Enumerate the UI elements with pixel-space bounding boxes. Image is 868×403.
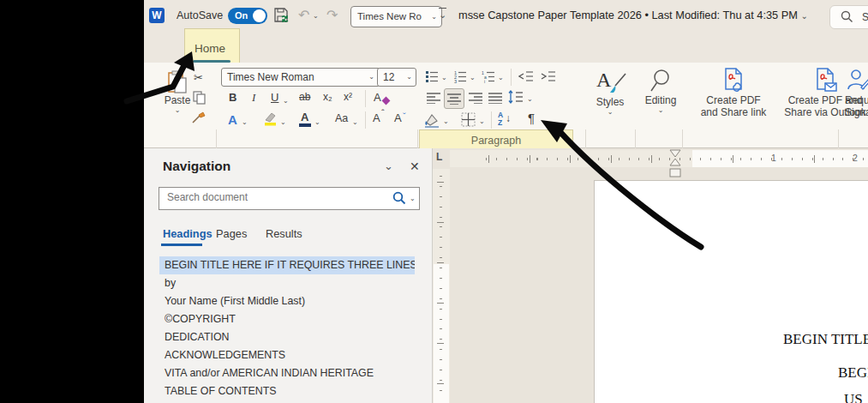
bullets-chevron-icon[interactable]: ⌄	[441, 74, 447, 81]
numbering-chevron-icon[interactable]: ⌄	[470, 74, 476, 81]
nav-search-box[interactable]: ⌄	[159, 187, 420, 210]
vruler-ticks	[440, 176, 442, 399]
line-spacing-chevron-icon[interactable]: ⌄	[527, 95, 533, 103]
horizontal-ruler[interactable]: 1 2	[450, 150, 868, 167]
vertical-ruler[interactable]	[433, 169, 450, 403]
quick-font-selector[interactable]: Times New Ro ⌄	[350, 6, 442, 27]
borders-button[interactable]	[461, 112, 476, 127]
styles-button[interactable]: A Styles ⌄	[590, 67, 631, 116]
vruler-dash	[437, 303, 444, 304]
nav-heading-item[interactable]: by	[159, 274, 415, 292]
nav-heading-item-selected[interactable]: BEGIN TITLE HERE IF IT REQUIRES THREE LI…	[159, 256, 415, 274]
clear-formatting-eraser-icon	[382, 97, 391, 105]
cut-icon[interactable]: ✂	[194, 71, 203, 84]
save-icon[interactable]	[272, 7, 290, 24]
bold-button[interactable]: B	[229, 91, 236, 104]
tab-stop-selector[interactable]: L	[436, 151, 442, 163]
create-pdf-share-link-button[interactable]: Create PDF and Share link	[691, 67, 776, 118]
title-bar: W AutoSave On ↶ ⌄ ↷ Times New Ro ⌄ ⌄ mss…	[144, 0, 868, 33]
nav-tab-headings[interactable]: Headings	[163, 227, 213, 240]
decrease-indent-button[interactable]	[518, 69, 534, 83]
change-case-chevron-icon[interactable]: ⌄	[352, 118, 358, 126]
undo-chevron-icon[interactable]: ⌄	[313, 12, 319, 20]
highlighter-chevron-icon[interactable]: ⌄	[280, 118, 286, 126]
bullets-button[interactable]	[425, 69, 439, 83]
search-icon	[841, 10, 853, 23]
multilevel-chevron-icon[interactable]: ⌄	[498, 74, 504, 81]
nav-pane-chevron-icon[interactable]: ⌄	[384, 159, 393, 172]
styles-icon: A	[590, 67, 631, 96]
more-commands-chevron-icon[interactable]: ⌄	[439, 8, 446, 21]
change-case-button[interactable]: Aa	[335, 112, 348, 124]
indent-markers[interactable]	[667, 149, 683, 178]
align-right-button[interactable]	[469, 92, 482, 104]
autosave-toggle[interactable]: On	[228, 8, 267, 24]
nav-heading-item[interactable]: ©COPYRIGHT	[159, 310, 415, 328]
numbering-button[interactable]: 1 2 3	[453, 69, 467, 83]
nav-search-input[interactable]	[165, 190, 366, 204]
superscript-button[interactable]: x²	[344, 91, 352, 103]
word-application-window: W AutoSave On ↶ ⌄ ↷ Times New Ro ⌄ ⌄ mss…	[0, 0, 868, 403]
nav-search-icon[interactable]	[392, 191, 406, 205]
borders-chevron-icon[interactable]: ⌄	[479, 117, 485, 125]
strikethrough-button[interactable]: ab	[299, 91, 310, 103]
text-effects-chevron-icon[interactable]: ⌄	[242, 118, 248, 126]
tab-home[interactable]: Home	[195, 42, 225, 55]
line-spacing-button[interactable]	[508, 90, 524, 105]
nav-heading-item[interactable]: TABLE OF CONTENTS	[159, 382, 415, 400]
mini-separator	[365, 90, 366, 107]
editing-button[interactable]: Editing ⌄	[641, 67, 680, 114]
paragraph-group-label: Paragraph	[471, 135, 521, 147]
nav-tab-pages[interactable]: Pages	[216, 227, 247, 240]
word-logo-icon[interactable]: W	[149, 8, 165, 23]
multilevel-list-button[interactable]: 1 a i	[482, 69, 495, 83]
nav-heading-item[interactable]: Your Name (First Middle Last)	[159, 292, 415, 310]
font-color-button[interactable]: A	[301, 111, 308, 123]
grow-font-button[interactable]: A	[373, 111, 380, 124]
underline-chevron-icon[interactable]: ⌄	[283, 97, 289, 105]
font-color-chevron-icon[interactable]: ⌄	[314, 118, 320, 126]
show-formatting-pilcrow-button[interactable]: ¶	[528, 111, 535, 125]
find-magnifier-icon	[649, 69, 673, 94]
nav-pane-close-icon[interactable]: ✕	[410, 159, 420, 173]
ruler-midtick	[611, 155, 612, 163]
format-painter-icon[interactable]	[191, 111, 207, 126]
sort-z-glyph: Z	[498, 118, 502, 127]
nav-heading-item[interactable]: DEDICATION	[159, 328, 415, 346]
document-title-text: msse Capstone Paper Template 2026 • Last…	[458, 9, 798, 21]
ruler-midtick	[530, 155, 530, 163]
highlighter-button[interactable]	[263, 111, 278, 127]
shading-button[interactable]	[423, 112, 440, 128]
clear-formatting-button[interactable]: A	[374, 91, 381, 104]
document-title[interactable]: msse Capstone Paper Template 2026 • Last…	[458, 9, 780, 21]
text-effects-button[interactable]: A	[228, 112, 237, 127]
align-center-button-selected[interactable]	[444, 88, 464, 109]
quick-font-chevron-icon: ⌄	[431, 7, 437, 27]
justify-button[interactable]	[488, 92, 502, 104]
nav-tab-results[interactable]: Results	[266, 227, 302, 240]
styles-button-label: Styles	[590, 96, 631, 108]
italic-button[interactable]: I	[252, 91, 255, 105]
create-pdf-share-link-line2: and Share link	[691, 106, 776, 118]
underline-button[interactable]: U	[271, 91, 278, 104]
redo-icon[interactable]: ↷	[326, 7, 338, 23]
font-size-combo[interactable]: 12 ⌄	[377, 68, 416, 87]
nav-search-chevron-icon[interactable]: ⌄	[410, 195, 416, 202]
shrink-font-button[interactable]: A	[394, 111, 402, 124]
increase-indent-button[interactable]	[541, 69, 556, 83]
navigation-pane-title: Navigation	[163, 159, 230, 174]
navigation-pane: Navigation ⌄ ✕ ⌄ Headings Pages Results …	[144, 148, 433, 403]
subscript-button[interactable]: x₂	[323, 91, 332, 103]
paste-label: Paste	[158, 94, 197, 106]
document-page[interactable]: BEGIN TITLE BEGI US	[594, 180, 868, 403]
font-name-combo[interactable]: Times New Roman ⌄	[221, 68, 380, 87]
copy-icon[interactable]	[193, 91, 207, 105]
request-signatures-button-clipped[interactable]: Requ Signat	[845, 67, 868, 118]
shading-chevron-icon[interactable]: ⌄	[443, 117, 449, 125]
undo-icon[interactable]: ↶	[298, 7, 309, 23]
nav-heading-item[interactable]: VITA and/or AMERICAN INDIAN HERITAGE	[159, 364, 415, 382]
nav-heading-item[interactable]: ACKNOWLEDGEMENTS	[159, 346, 415, 364]
align-left-button[interactable]	[427, 92, 440, 104]
ruler-midtick	[814, 155, 815, 163]
search-box[interactable]: S	[829, 5, 868, 29]
